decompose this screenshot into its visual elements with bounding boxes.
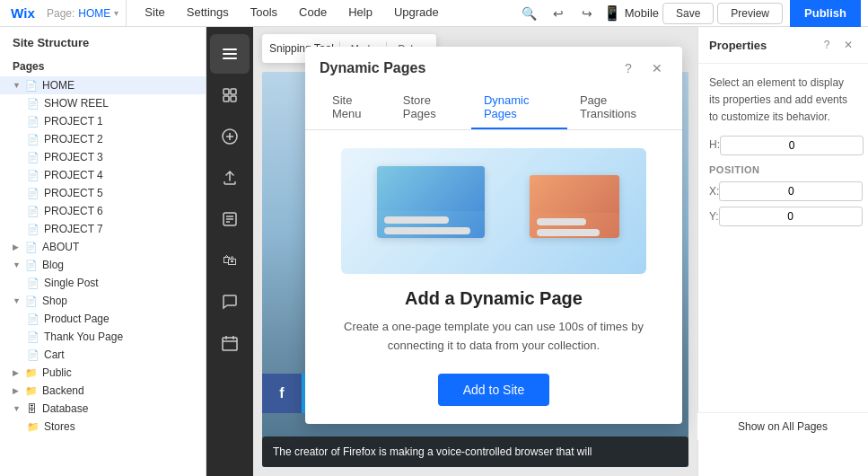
h-label: H: <box>709 137 720 154</box>
page-icon: 📄 <box>27 224 39 235</box>
publish-button[interactable]: Publish <box>790 0 861 27</box>
site-structure-panel: Site Structure Pages ▼ 📄 HOME 📄 SHOW REE… <box>0 27 206 476</box>
page-icon: 📄 <box>27 206 39 217</box>
y-input[interactable] <box>719 207 863 226</box>
undo-icon[interactable]: ↩ <box>546 1 571 26</box>
svg-rect-6 <box>224 96 229 101</box>
properties-title: Properties <box>709 39 767 52</box>
nav-site-menu[interactable]: Site Menu <box>320 86 390 129</box>
pages-icon[interactable] <box>210 75 250 115</box>
upload-icon[interactable] <box>210 158 250 198</box>
dp-description: Create a one-page template you can use 1… <box>323 318 664 356</box>
chat-icon[interactable] <box>210 282 250 322</box>
pages-label: Pages <box>0 55 206 76</box>
tree-item-project4[interactable]: 📄 PROJECT 4 <box>0 166 206 184</box>
save-button[interactable]: Save <box>662 3 714 24</box>
tree-label-home: HOME <box>42 79 75 92</box>
search-icon[interactable]: 🔍 <box>517 1 542 26</box>
facebook-icon[interactable]: f <box>262 374 302 413</box>
tree-item-home[interactable]: ▼ 📄 HOME <box>0 76 206 94</box>
nav-settings[interactable]: Settings <box>176 0 240 26</box>
add-elements-icon[interactable] <box>210 117 250 156</box>
h-input[interactable] <box>720 136 864 155</box>
add-to-site-button[interactable]: Add to Site <box>438 374 550 406</box>
expand-icon: ▶ <box>13 386 22 395</box>
calendar-icon[interactable] <box>210 323 250 363</box>
notification-bar: The creator of Firefox is making a voice… <box>262 436 688 467</box>
tree-item-project1[interactable]: 📄 PROJECT 1 <box>0 112 206 130</box>
page-icon: 📄 <box>27 313 39 325</box>
dynamic-pages-nav: Site Menu Store Pages Dynamic Pages Page… <box>305 86 682 130</box>
tree-item-database[interactable]: ▼ 🗄 Database <box>0 400 206 418</box>
page-icon: 📄 <box>27 152 39 163</box>
properties-help-icon[interactable]: ? <box>818 36 836 54</box>
folder-icon: 📁 <box>27 421 39 433</box>
nav-page-transitions[interactable]: Page Transitions <box>567 86 668 129</box>
tree-item-single-post[interactable]: 📄 Single Post <box>0 274 206 292</box>
redo-icon[interactable]: ↪ <box>574 1 600 26</box>
tree-item-shop[interactable]: ▼ 📄 Shop <box>0 292 206 310</box>
tree-item-blog[interactable]: ▼ 📄 Blog <box>0 256 206 274</box>
tree-item-project3[interactable]: 📄 PROJECT 3 <box>0 148 206 166</box>
top-nav: Site Settings Tools Code Help Upgrade <box>134 0 516 26</box>
tree-item-backend[interactable]: ▶ 📁 Backend <box>0 382 206 400</box>
svg-rect-4 <box>224 89 229 94</box>
properties-header: Properties ? ✕ <box>698 27 868 64</box>
tree-item-project6[interactable]: 📄 PROJECT 6 <box>0 202 206 220</box>
tree-item-cart[interactable]: 📄 Cart <box>0 346 206 364</box>
page-indicator: Page: HOME ▾ <box>39 0 127 26</box>
tree-item-project5[interactable]: 📄 PROJECT 5 <box>0 184 206 202</box>
tree-item-project2[interactable]: 📄 PROJECT 2 <box>0 130 206 148</box>
expand-icon: ▶ <box>13 368 22 377</box>
nav-site[interactable]: Site <box>134 0 175 26</box>
x-input[interactable] <box>719 181 863 201</box>
blog-icon[interactable] <box>210 199 250 239</box>
dp-photo-2 <box>530 175 619 238</box>
help-icon[interactable]: ? <box>618 57 639 79</box>
page-icon: 📄 <box>27 331 39 343</box>
tree-item-product-page[interactable]: 📄 Product Page <box>0 310 206 328</box>
nav-dynamic-pages[interactable]: Dynamic Pages <box>471 86 567 129</box>
show-on-all-pages-button[interactable]: Show on All Pages <box>697 412 868 440</box>
nav-help[interactable]: Help <box>338 0 383 26</box>
properties-panel: Properties ? ✕ Select an element to disp… <box>697 27 868 476</box>
page-icon: 📄 <box>27 188 39 199</box>
tree-item-stores[interactable]: 📁 Stores <box>0 418 206 436</box>
database-icon: 🗄 <box>25 403 38 414</box>
close-icon[interactable]: ✕ <box>646 57 668 79</box>
properties-body: Select an element to display its propert… <box>698 64 868 242</box>
dp-photo-1 <box>377 166 485 238</box>
expand-icon: ▼ <box>13 260 22 269</box>
page-icon: 📄 <box>27 349 39 361</box>
tree-item-public[interactable]: ▶ 📁 Public <box>0 364 206 382</box>
tree-item-thank-you-page[interactable]: 📄 Thank You Page <box>0 328 206 346</box>
y-row: Y: <box>709 207 857 226</box>
nav-store-pages[interactable]: Store Pages <box>390 86 471 129</box>
nav-code[interactable]: Code <box>288 0 338 26</box>
nav-upgrade[interactable]: Upgrade <box>383 0 450 26</box>
svg-rect-2 <box>223 53 237 55</box>
tree-item-project7[interactable]: 📄 PROJECT 7 <box>0 220 206 238</box>
expand-icon: ▶ <box>13 242 22 251</box>
svg-rect-3 <box>223 57 237 59</box>
folder-icon: 📁 <box>25 367 38 379</box>
mobile-indicator[interactable]: 📱 Mobile <box>603 4 659 22</box>
dynamic-pages-header-icons: ? ✕ <box>618 57 668 79</box>
y-label: Y: <box>709 208 719 225</box>
properties-close-icon[interactable]: ✕ <box>839 36 857 54</box>
svg-rect-5 <box>231 89 236 94</box>
store-icon[interactable]: 🛍 <box>210 241 250 280</box>
dynamic-pages-title: Dynamic Pages <box>320 60 425 76</box>
page-name-value[interactable]: HOME <box>78 7 110 20</box>
preview-button[interactable]: Preview <box>717 3 783 24</box>
folder-icon: 📁 <box>25 385 38 397</box>
tree-item-showreel[interactable]: 📄 SHOW REEL <box>0 94 206 112</box>
page-icon: 📄 <box>25 260 38 271</box>
main-layout: Site Structure Pages ▼ 📄 HOME 📄 SHOW REE… <box>0 27 868 476</box>
nav-tools[interactable]: Tools <box>240 0 288 26</box>
svg-text:Wix: Wix <box>11 5 35 21</box>
tree-item-about[interactable]: ▶ 📄 ABOUT <box>0 238 206 256</box>
site-menu-icon[interactable] <box>210 34 250 74</box>
svg-rect-15 <box>223 338 237 350</box>
page-label: Page: <box>47 7 75 20</box>
